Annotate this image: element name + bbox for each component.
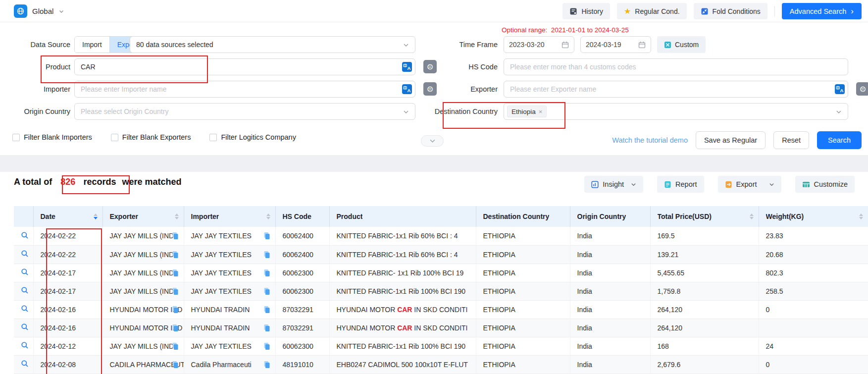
data-sources-select[interactable]: 80 data sources selected: [130, 36, 415, 53]
date-from-input[interactable]: 2023-03-20: [504, 36, 574, 53]
copy-icon[interactable]: [172, 306, 179, 315]
history-button[interactable]: History: [562, 3, 610, 19]
header-hs-code: HS Code: [275, 206, 329, 227]
copy-icon[interactable]: [172, 251, 179, 260]
insight-button[interactable]: Insight: [584, 176, 643, 193]
copy-icon[interactable]: [263, 232, 270, 241]
region-label: Global: [32, 7, 53, 15]
origin-country-select[interactable]: Please select Origin Country: [74, 103, 415, 120]
cell-detail: [14, 300, 33, 319]
chevron-down-icon: [403, 42, 409, 48]
cell-weight: 23.83: [759, 227, 868, 245]
cell-importer: JAY JAY TEXTILES: [184, 245, 275, 264]
copy-icon[interactable]: [263, 342, 270, 352]
insight-label: Insight: [603, 180, 624, 188]
view-detail-icon[interactable]: [21, 305, 29, 313]
product-input[interactable]: [74, 58, 415, 75]
header-exporter[interactable]: Exporter: [102, 206, 184, 227]
header-total-price[interactable]: Total Price(USD): [650, 206, 759, 227]
copy-icon[interactable]: [263, 251, 270, 260]
cell-weight: 802.3: [759, 264, 868, 282]
hs-code-input[interactable]: [504, 58, 848, 75]
trade-data-app: Global History ★ Regular Cond. Fold Cond…: [0, 0, 868, 374]
copy-icon[interactable]: [172, 342, 179, 352]
advanced-search-label: Advanced Search: [790, 7, 846, 15]
cell-exporter: HYUNDAI MOTOR IND: [102, 300, 184, 319]
copy-icon[interactable]: [263, 306, 270, 315]
exporter-name: JAY JAY MILLS (INDI: [110, 269, 176, 277]
date-to-input[interactable]: 2024-03-19: [580, 36, 651, 53]
country-tag: Ethiopia ×: [507, 106, 547, 117]
copy-icon[interactable]: [172, 324, 179, 333]
translate-icon[interactable]: A: [402, 62, 412, 74]
destination-country-label: Destination Country: [418, 103, 498, 120]
filter-blank-exporters-checkbox[interactable]: Filter Blank Exporters: [111, 133, 191, 141]
reset-button[interactable]: Reset: [773, 131, 809, 149]
translate-icon[interactable]: A: [402, 84, 412, 96]
view-detail-icon[interactable]: [21, 268, 29, 276]
report-button[interactable]: Report: [657, 176, 704, 193]
fold-conditions-button[interactable]: Fold Conditions: [694, 3, 767, 19]
cell-exporter: JAY JAY MILLS (INDI: [102, 245, 184, 264]
header-importer[interactable]: Importer: [184, 206, 275, 227]
view-detail-icon[interactable]: [21, 250, 29, 258]
destination-country-select[interactable]: Ethiopia ×: [504, 103, 848, 120]
sort-icon[interactable]: [266, 214, 270, 219]
customize-button[interactable]: Customize: [795, 176, 855, 193]
view-detail-icon[interactable]: [21, 341, 29, 349]
tutorial-link[interactable]: Watch the tutorial demo: [612, 136, 688, 144]
chevron-down-icon: [403, 109, 409, 115]
exact-match-icon[interactable]: ⊜: [856, 82, 868, 96]
optional-range-text: Optional range: 2021-01-01 to 2024-03-25: [502, 26, 629, 34]
copy-icon[interactable]: [172, 361, 179, 370]
view-detail-icon[interactable]: [21, 231, 29, 239]
cell-date: 2024-02-08: [33, 355, 102, 374]
custom-range-button[interactable]: Custom: [657, 36, 706, 53]
sort-icon[interactable]: [750, 214, 754, 219]
view-detail-icon[interactable]: [21, 360, 29, 368]
advanced-search-button[interactable]: Advanced Search ›: [782, 3, 862, 19]
export-button[interactable]: Export: [718, 176, 781, 193]
header-product: Product: [329, 206, 476, 227]
copy-icon[interactable]: [172, 269, 179, 278]
exporter-input[interactable]: [504, 81, 848, 98]
tab-import[interactable]: Import: [75, 37, 110, 53]
search-button[interactable]: Search: [817, 131, 862, 149]
translate-icon[interactable]: A: [835, 84, 845, 96]
cell-total-price: 5,455.65: [650, 264, 759, 282]
cell-origin-country: India: [570, 245, 650, 264]
filter-logitics-company-checkbox[interactable]: Filter Logitics Company: [209, 133, 296, 141]
calendar-icon: [562, 41, 569, 49]
view-detail-icon[interactable]: [21, 286, 29, 294]
view-detail-icon[interactable]: [21, 323, 29, 331]
cell-origin-country: India: [570, 319, 650, 337]
regular-cond-button[interactable]: ★ Regular Cond.: [617, 3, 687, 19]
copy-icon[interactable]: [172, 287, 179, 297]
cell-destination-country: ETHIOPIA: [476, 319, 570, 337]
cell-origin-country: India: [570, 337, 650, 355]
arrow-right-icon: ›: [851, 7, 854, 15]
collapse-conditions-button[interactable]: [421, 135, 444, 147]
importer-input[interactable]: [74, 81, 415, 98]
filter-blank-importers-checkbox[interactable]: Filter Blank Importers: [12, 133, 92, 141]
save-as-regular-button[interactable]: Save as Regular: [696, 131, 766, 149]
copy-icon[interactable]: [263, 269, 270, 278]
cell-detail: [14, 227, 33, 245]
custom-icon: [664, 41, 671, 49]
export-icon: [725, 181, 732, 188]
sort-icon[interactable]: [175, 214, 179, 219]
chevron-down-icon[interactable]: [769, 182, 774, 187]
copy-icon[interactable]: [263, 361, 270, 370]
copy-icon[interactable]: [172, 232, 179, 241]
region-selector[interactable]: Global: [14, 4, 64, 18]
sort-icon[interactable]: [859, 214, 863, 219]
cell-hs-code: 87032291: [275, 300, 329, 319]
sort-icon[interactable]: [94, 214, 98, 219]
copy-icon[interactable]: [263, 324, 270, 333]
copy-icon[interactable]: [263, 287, 270, 297]
header-weight[interactable]: Weight(KG): [759, 206, 868, 227]
header-date[interactable]: Date: [33, 206, 102, 227]
cell-total-price: 264,120: [650, 319, 759, 337]
cell-exporter: CADILA PHARMACEUT: [102, 355, 184, 374]
remove-tag-icon[interactable]: ×: [539, 108, 543, 115]
